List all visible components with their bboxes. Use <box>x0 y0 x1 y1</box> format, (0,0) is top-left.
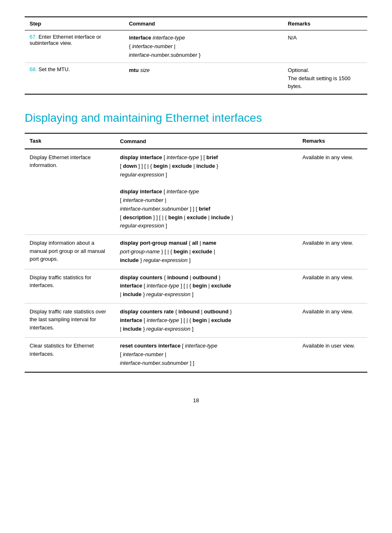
remarks-display-eth: Available in any view. <box>297 149 367 235</box>
step-68-remarks: Optional.The default setting is 1500 byt… <box>283 63 367 94</box>
remarks-display-traffic-rate: Available in any view. <box>297 303 367 337</box>
cmd-display-traffic-rate: display counters rate { inbound | outbou… <box>115 303 297 337</box>
top-table-remarks-header: Remarks <box>283 17 367 30</box>
table-row: 68. Set the MTU. mtu size Optional.The d… <box>25 63 367 94</box>
step-68-command: mtu size <box>124 63 283 94</box>
remarks-display-port-group: Available in any view. <box>297 235 367 269</box>
main-table-task-header: Task <box>25 133 115 149</box>
task-display-traffic: Display traffic statistics for interface… <box>25 269 115 303</box>
step-67-command: interface interface-type { interface-num… <box>124 30 283 63</box>
cmd-display-traffic: display counters { inbound | outbound } … <box>115 269 297 303</box>
step-67-desc: Enter Ethernet interface or subinterface… <box>30 34 101 46</box>
remarks-clear-stats: Available in user view. <box>297 338 367 372</box>
table-row: 67. Enter Ethernet interface or subinter… <box>25 30 367 63</box>
task-display-eth: Display Ethernet interface information. <box>25 149 115 235</box>
section-heading: Displaying and maintaining Ethernet inte… <box>25 111 367 125</box>
cmd-display-eth: display interface [ interface-type ] [ b… <box>115 149 297 235</box>
task-display-port-group: Display information about a manual port … <box>25 235 115 269</box>
task-display-traffic-rate: Display traffic rate statistics over the… <box>25 303 115 337</box>
main-table-command-header: Command <box>115 133 297 149</box>
task-clear-stats: Clear statistics for Ethernet interfaces… <box>25 338 115 372</box>
top-table: Step Command Remarks 67. Enter Ethernet … <box>25 16 367 95</box>
table-row: Display Ethernet interface information. … <box>25 149 367 235</box>
step-67-remarks: N/A <box>283 30 367 63</box>
table-row: Display traffic statistics for interface… <box>25 269 367 303</box>
main-table: Task Command Remarks Display Ethernet in… <box>25 133 367 372</box>
top-table-step-header: Step <box>25 17 124 30</box>
step-68-number: 68. <box>30 66 37 72</box>
step-67-number: 67. <box>30 34 37 40</box>
page-number: 18 <box>25 397 367 403</box>
cmd-display-port-group: display port-group manual { all | name p… <box>115 235 297 269</box>
cmd-clear-stats: reset counters interface [ interface-typ… <box>115 338 297 372</box>
table-row: Display traffic rate statistics over the… <box>25 303 367 337</box>
step-68-desc: Set the MTU. <box>39 66 70 72</box>
step-68-cell: 68. Set the MTU. <box>25 63 124 94</box>
remarks-display-traffic: Available in any view. <box>297 269 367 303</box>
top-table-command-header: Command <box>124 17 283 30</box>
table-row: Display information about a manual port … <box>25 235 367 269</box>
step-67-cell: 67. Enter Ethernet interface or subinter… <box>25 30 124 63</box>
main-table-remarks-header: Remarks <box>297 133 367 149</box>
table-row: Clear statistics for Ethernet interfaces… <box>25 338 367 372</box>
